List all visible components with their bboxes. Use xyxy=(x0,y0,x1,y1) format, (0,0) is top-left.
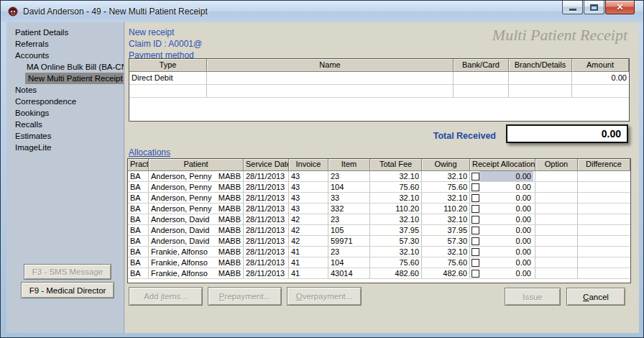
patient-name: Anderson, David xyxy=(151,214,209,224)
patient-claim-type: MABB xyxy=(218,171,241,181)
receipt-allocation-checkbox[interactable] xyxy=(472,259,479,267)
new-receipt-label: New receipt xyxy=(129,27,174,37)
cell-difference xyxy=(578,193,630,203)
cell-invoice: 42 xyxy=(289,225,328,235)
cell-owing: 37.95 xyxy=(422,225,470,235)
cell-owing: 32.10 xyxy=(422,247,470,257)
sidebar-item-bookings[interactable]: Bookings xyxy=(6,107,124,119)
cell-pract: BA xyxy=(128,268,149,278)
allocation-row[interactable]: BAAnderson, PennyMABB28/11/2013432332.10… xyxy=(128,171,630,182)
receipt-allocation-checkbox[interactable] xyxy=(472,205,479,213)
cancel-button[interactable]: Cancel xyxy=(566,288,625,306)
receipt-allocation-value[interactable]: 0.00 xyxy=(479,193,533,203)
cell-patient: Anderson, DavidMABB xyxy=(149,225,244,235)
payment-cell: 0.00 xyxy=(572,72,629,84)
payment-empty-cell xyxy=(454,85,509,97)
titlebar[interactable]: David Anderson - 49 - New Multi Patient … xyxy=(1,1,643,22)
cell-option xyxy=(535,214,578,224)
maximize-button[interactable] xyxy=(584,1,604,14)
receipt-allocation-value[interactable]: 0.00 xyxy=(479,268,533,278)
sidebar-item-patient-details[interactable]: Patient Details xyxy=(6,27,124,38)
receipt-allocation-checkbox[interactable] xyxy=(472,183,479,191)
receipt-allocation-value[interactable]: 0.00 xyxy=(479,236,533,246)
cell-owing: 32.10 xyxy=(422,214,470,224)
receipt-allocation-checkbox[interactable] xyxy=(472,227,479,234)
payment-row[interactable]: Direct Debit0.00 xyxy=(129,72,629,85)
allocation-row[interactable]: BAAnderson, DavidMABB28/11/2013422332.10… xyxy=(128,214,630,225)
patient-claim-type: MABB xyxy=(218,247,241,257)
cell-total-fee: 32.10 xyxy=(370,171,422,181)
patient-claim-type: MABB xyxy=(218,214,241,224)
cell-difference xyxy=(578,204,630,214)
claim-id-label: Claim ID : A0001@ xyxy=(129,39,202,49)
minimize-button[interactable] xyxy=(562,1,583,14)
close-button[interactable]: ✕ xyxy=(605,1,635,14)
sidebar-item-estimates[interactable]: Estimates xyxy=(6,130,124,142)
allocation-row[interactable]: BAAnderson, DavidMABB28/11/2013425997157… xyxy=(128,236,630,247)
receipt-allocation-value[interactable]: 0.00 xyxy=(479,225,533,235)
allocation-row[interactable]: BAAnderson, DavidMABB28/11/20134210537.9… xyxy=(128,225,630,236)
sidebar-item-new-multi-patient-receipt[interactable]: New Multi Patient Receipt xyxy=(25,73,124,84)
allocation-row[interactable]: BAFrankie, AlfonsoMABB28/11/201341430144… xyxy=(128,268,630,279)
sidebar-item-imagelite[interactable]: ImageLite xyxy=(6,142,124,153)
sidebar-item-correspondence[interactable]: Correspondence xyxy=(6,96,124,107)
sidebar-item-referrals[interactable]: Referrals xyxy=(6,38,124,50)
cell-service-date: 28/11/2013 xyxy=(244,225,289,235)
allocation-row[interactable]: BAAnderson, PennyMABB28/11/201343332110.… xyxy=(128,204,630,214)
cell-service-date: 28/11/2013 xyxy=(244,236,289,246)
sidebar: Patient DetailsReferralsAccountsMA Onlin… xyxy=(6,22,124,333)
receipt-allocation-checkbox[interactable] xyxy=(472,173,479,181)
patient-claim-type: MABB xyxy=(218,236,241,246)
cell-receipt-allocation: 0.00 xyxy=(470,193,535,203)
cell-item: 104 xyxy=(328,182,370,192)
cell-difference xyxy=(578,182,630,192)
allocation-row[interactable]: BAFrankie, AlfonsoMABB28/11/2013412332.1… xyxy=(128,247,630,257)
patient-claim-type: MABB xyxy=(218,257,241,268)
cell-option xyxy=(535,225,578,235)
sidebar-item-notes[interactable]: Notes xyxy=(6,84,124,96)
receipt-allocation-checkbox[interactable] xyxy=(472,237,479,245)
receipt-allocation-checkbox[interactable] xyxy=(472,248,479,256)
total-received-field[interactable]: 0.00 xyxy=(506,124,628,143)
cell-patient: Anderson, DavidMABB xyxy=(149,214,244,224)
cell-receipt-allocation: 0.00 xyxy=(470,257,535,268)
receipt-allocation-checkbox[interactable] xyxy=(472,216,479,224)
cell-pract: BA xyxy=(128,257,149,268)
receipt-allocation-checkbox[interactable] xyxy=(472,194,479,202)
receipt-allocation-value[interactable]: 0.00 xyxy=(479,247,533,257)
receipt-allocation-checkbox[interactable] xyxy=(472,270,479,278)
total-received-label: Total Received xyxy=(433,131,496,141)
allocations-column-patient: Patient xyxy=(149,159,244,171)
allocation-row[interactable]: BAFrankie, AlfonsoMABB28/11/20134110475.… xyxy=(128,257,630,268)
receipt-allocation-value[interactable]: 0.00 xyxy=(479,257,533,268)
allocations-table-body: BAAnderson, PennyMABB28/11/2013432332.10… xyxy=(128,171,630,279)
receipt-allocation-value[interactable]: 0.00 xyxy=(479,171,533,181)
cell-service-date: 28/11/2013 xyxy=(244,268,289,278)
allocation-row[interactable]: BAAnderson, PennyMABB28/11/20134310475.6… xyxy=(128,182,630,193)
cell-patient: Anderson, PennyMABB xyxy=(149,182,244,192)
patient-claim-type: MABB xyxy=(218,193,241,203)
receipt-allocation-value[interactable]: 0.00 xyxy=(479,214,533,224)
sidebar-item-ma-online-bulk-bill-ba-cn-[interactable]: MA Online Bulk Bill (BA-CN) xyxy=(6,61,124,73)
main-panel: New receipt Claim ID : A0001@ Payment me… xyxy=(126,22,639,333)
payment-cell xyxy=(207,72,454,84)
cell-difference xyxy=(578,171,630,181)
f9-medical-director-button[interactable]: F9 - Medical Director xyxy=(21,282,114,298)
cell-item: 105 xyxy=(328,225,370,235)
cell-patient: Frankie, AlfonsoMABB xyxy=(149,257,244,268)
patient-name: Frankie, Alfonso xyxy=(151,268,208,278)
cell-pract: BA xyxy=(128,204,149,214)
sidebar-item-accounts[interactable]: Accounts xyxy=(6,50,124,61)
allocations-column-owing: Owing xyxy=(422,159,470,171)
receipt-allocation-value[interactable]: 0.00 xyxy=(479,204,533,214)
payment-column-amount: Amount xyxy=(572,59,629,72)
cell-receipt-allocation: 0.00 xyxy=(470,225,535,235)
allocation-row[interactable]: BAAnderson, PennyMABB28/11/2013433332.10… xyxy=(128,193,630,204)
cell-receipt-allocation: 0.00 xyxy=(470,171,535,181)
cell-item: 33 xyxy=(328,193,370,203)
app-icon xyxy=(7,6,19,17)
cell-option xyxy=(535,257,578,268)
receipt-allocation-value[interactable]: 0.00 xyxy=(479,182,533,192)
cell-option xyxy=(535,204,578,214)
sidebar-item-recalls[interactable]: Recalls xyxy=(6,119,124,130)
